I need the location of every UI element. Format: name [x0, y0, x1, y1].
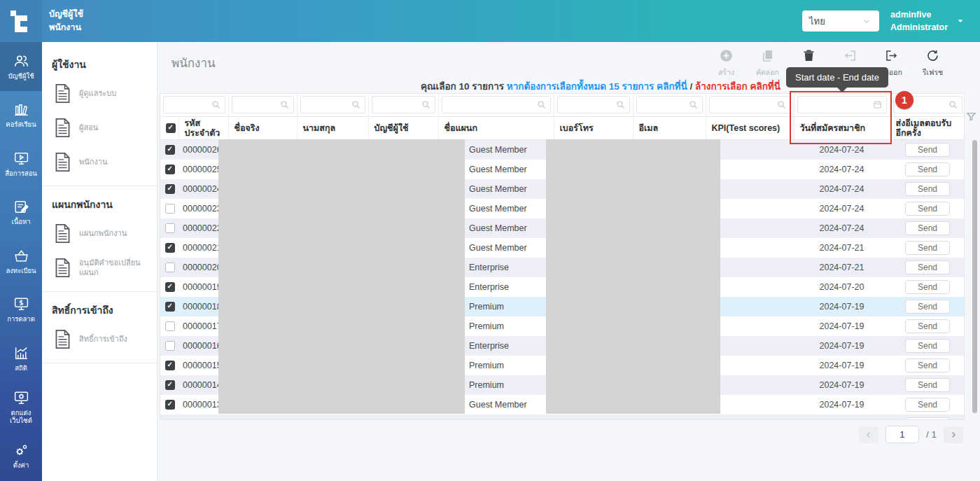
nav-item-8[interactable]: ตกแต่งเว็บไซต์	[0, 383, 42, 432]
select-all-link[interactable]: หากต้องการเลือกทั้งหมด 15 รายการ คลิกที่…	[507, 81, 687, 92]
row-checkbox[interactable]	[165, 282, 175, 292]
row-checkbox[interactable]	[165, 321, 175, 331]
date-range-tooltip: Start date - End date	[786, 67, 888, 88]
document-icon	[52, 82, 73, 105]
refresh-icon	[925, 48, 940, 63]
send-email-button[interactable]: Send	[905, 241, 950, 255]
send-email-button[interactable]: Send	[905, 300, 950, 314]
sidebar-divider	[42, 186, 157, 186]
row-checkbox[interactable]	[165, 380, 175, 390]
send-email-button[interactable]: Send	[905, 378, 950, 392]
sidebar-section-title: แผนกพนักงาน	[42, 188, 157, 216]
sidebar-divider	[42, 363, 157, 363]
column-header: อีเมล	[633, 116, 706, 140]
nav-item-9[interactable]: ตั้งค่า	[0, 431, 42, 480]
language-value: ไทย	[809, 14, 825, 29]
select-all-checkbox[interactable]	[166, 123, 176, 133]
nav-item-5[interactable]: ลงทะเบียน	[0, 237, 42, 286]
nav-item-6[interactable]: การตลาด	[0, 286, 42, 335]
column-header: ชื่อจริง	[228, 116, 297, 140]
send-email-button[interactable]: Send	[905, 143, 950, 157]
row-checkbox[interactable]	[165, 165, 175, 174]
clear-selection-link[interactable]: ล้างการเลือก คลิกที่นี่	[695, 81, 780, 92]
row-checkbox[interactable]	[165, 204, 175, 214]
sidebar-item[interactable]: อนุมัติคำขอเปลี่ยนแผนก	[42, 251, 157, 285]
sidebar-item[interactable]: ผู้ดูแลระบบ	[42, 76, 157, 111]
copy-icon	[760, 48, 775, 63]
send-email-button[interactable]: Send	[905, 221, 950, 235]
send-email-button[interactable]: Send	[905, 358, 950, 372]
column-header: บัญชีผู้ใช้	[368, 116, 438, 140]
nav-item-7[interactable]: สถิติ	[0, 334, 42, 383]
row-checkbox[interactable]	[165, 361, 175, 370]
row-checkbox[interactable]	[165, 223, 175, 233]
table-scrollbar[interactable]	[972, 140, 977, 413]
sidebar-item-label: สิทธิ์การเข้าถึง	[79, 335, 127, 344]
send-email-button[interactable]: Send	[905, 319, 950, 333]
next-page-button[interactable]	[944, 426, 963, 443]
send-email-button[interactable]: Send	[905, 417, 950, 420]
top-header: บัญชีผู้ใช้ พนักงาน ไทย adminfive Admini…	[0, 0, 980, 42]
main-content: พนักงาน สร้างคัดลอกลบนำเข้าส่งออกรีเฟรช …	[158, 42, 980, 481]
app-title: บัญชีผู้ใช้ พนักงาน	[49, 8, 83, 35]
caret-down-icon[interactable]	[955, 15, 966, 27]
app-title-line1: บัญชีผู้ใช้	[49, 8, 83, 21]
cell-registered-date: 2024-07-24	[794, 179, 890, 199]
user-menu[interactable]: adminfive Administrator	[890, 8, 948, 34]
sidebar-item[interactable]: แผนกพนักงาน	[42, 216, 157, 251]
toolbar-button-label: คัดลอก	[756, 67, 779, 78]
secondary-sidebar: ผู้ใช้งานผู้ดูแลระบบผู้สอนพนักงานแผนกพนั…	[42, 42, 158, 481]
cell-registered-date: 2024-07-19	[794, 297, 890, 316]
column-header: ส่งอีเมลตอบรับอีกครั้ง	[890, 116, 965, 140]
cell-username	[368, 414, 438, 420]
sidebar-divider	[42, 291, 157, 292]
search-icon	[279, 99, 290, 110]
nav-item-4[interactable]: เนื้อหา	[0, 188, 42, 237]
row-checkbox-cell	[160, 140, 178, 160]
toolbar-button-1[interactable]: สร้าง	[706, 48, 747, 78]
send-email-button[interactable]: Send	[905, 280, 950, 294]
search-department-input[interactable]	[442, 97, 550, 113]
search-phone-box	[557, 96, 630, 113]
row-checkbox[interactable]	[165, 145, 175, 155]
search-icon	[615, 99, 626, 110]
row-checkbox-cell	[160, 160, 178, 179]
cell-registered-date: 2024-07-19	[794, 316, 890, 336]
app-logo[interactable]	[0, 0, 42, 42]
row-checkbox[interactable]	[165, 243, 175, 253]
send-email-button[interactable]: Send	[905, 260, 950, 274]
row-checkbox[interactable]	[165, 341, 175, 351]
sidebar-item[interactable]: ผู้สอน	[42, 111, 157, 145]
toolbar-button-2[interactable]: คัดลอก	[747, 48, 788, 78]
send-email-button[interactable]: Send	[905, 398, 950, 412]
row-checkbox[interactable]	[165, 263, 175, 272]
send-email-button[interactable]: Send	[905, 339, 950, 353]
cell-registered-date: 2024-07-19	[794, 414, 890, 420]
nav-item-1[interactable]: บัญชีผู้ใช้	[0, 42, 42, 91]
row-checkbox-cell	[160, 238, 178, 258]
filter-icon[interactable]	[965, 110, 978, 123]
toolbar-button-6[interactable]: รีเฟรช	[912, 48, 953, 78]
column-header: KPI(Test scores)	[706, 116, 794, 140]
row-checkbox[interactable]	[165, 400, 175, 410]
nav-item-3[interactable]: สื่อการสอน	[0, 139, 42, 188]
sidebar-item[interactable]: พนักงาน	[42, 145, 157, 179]
page-title: พนักงาน	[172, 53, 216, 72]
send-email-button[interactable]: Send	[905, 182, 950, 196]
nav-item-2[interactable]: คอร์สเรียน	[0, 91, 42, 140]
cell-send: Send	[890, 238, 965, 258]
table-row[interactable]: 00000012Guest Member2024-07-19Send	[160, 414, 965, 420]
document-icon	[52, 116, 73, 139]
row-checkbox[interactable]	[165, 184, 175, 194]
redacted-region	[546, 139, 720, 414]
row-checkbox[interactable]	[165, 302, 175, 312]
prev-page-button[interactable]	[859, 426, 878, 443]
row-checkbox[interactable]	[165, 419, 175, 420]
annotation-red-box	[790, 91, 892, 144]
send-email-button[interactable]: Send	[905, 162, 950, 176]
send-email-button[interactable]: Send	[905, 202, 950, 216]
sidebar-item[interactable]: สิทธิ์การเข้าถึง	[42, 322, 157, 356]
page-number-input[interactable]	[886, 426, 919, 443]
cell-registered-date: 2024-07-19	[794, 395, 890, 414]
language-dropdown[interactable]: ไทย	[802, 11, 879, 32]
